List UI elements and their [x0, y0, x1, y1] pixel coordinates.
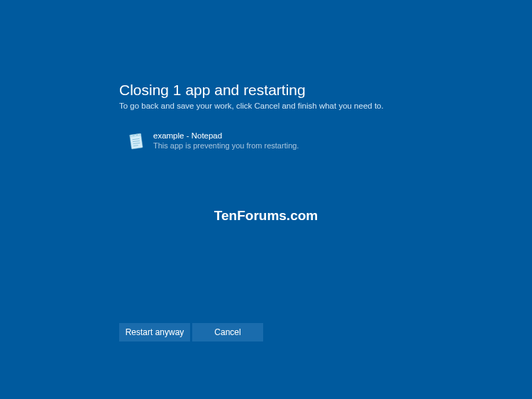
- app-status: This app is preventing you from restarti…: [153, 141, 299, 150]
- notepad-icon: [126, 131, 146, 151]
- restart-anyway-button[interactable]: Restart anyway: [119, 323, 190, 341]
- watermark-text: TenForums.com: [214, 208, 318, 224]
- cancel-button[interactable]: Cancel: [192, 323, 263, 341]
- restart-dialog: Closing 1 app and restarting To go back …: [119, 82, 460, 151]
- button-row: Restart anyway Cancel: [119, 323, 263, 341]
- dialog-subtitle: To go back and save your work, click Can…: [119, 102, 460, 110]
- app-name: example - Notepad: [153, 131, 299, 140]
- app-info: example - Notepad This app is preventing…: [153, 131, 299, 150]
- dialog-title: Closing 1 app and restarting: [119, 82, 460, 99]
- blocking-app-row: example - Notepad This app is preventing…: [126, 131, 460, 151]
